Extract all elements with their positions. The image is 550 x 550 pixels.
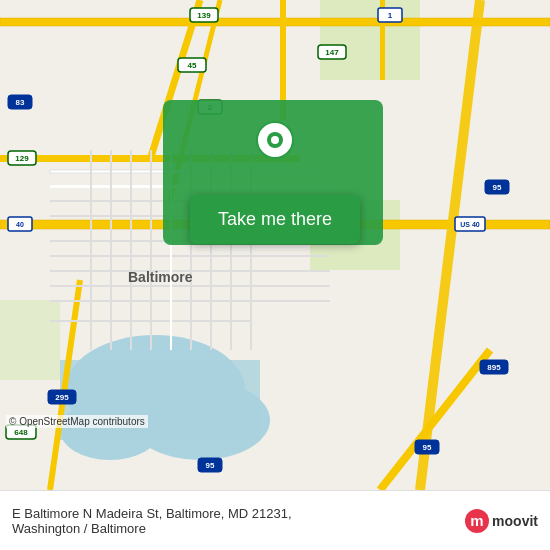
region-line: Washington / Baltimore (12, 521, 146, 536)
svg-text:1: 1 (388, 11, 393, 20)
svg-text:83: 83 (16, 98, 25, 107)
svg-text:648: 648 (14, 428, 28, 437)
info-bar: E Baltimore N Madeira St, Baltimore, MD … (0, 490, 550, 550)
map-pin (255, 120, 295, 160)
svg-text:95: 95 (423, 443, 432, 452)
svg-rect-8 (0, 18, 550, 26)
svg-text:40: 40 (16, 221, 24, 228)
svg-rect-29 (110, 150, 112, 350)
svg-text:147: 147 (325, 48, 339, 57)
svg-text:139: 139 (197, 11, 211, 20)
svg-text:Baltimore: Baltimore (128, 269, 193, 285)
address-line: E Baltimore N Madeira St, Baltimore, MD … (12, 506, 292, 521)
svg-rect-31 (150, 150, 152, 350)
svg-rect-3 (0, 300, 60, 380)
svg-rect-30 (130, 150, 132, 350)
moovit-brand-text: moovit (492, 513, 538, 529)
take-me-there-button[interactable]: Take me there (190, 195, 360, 244)
map-container: 139 1 147 45 2 129 83 40 US 40 95 895 (0, 0, 550, 490)
svg-text:95: 95 (493, 183, 502, 192)
svg-text:295: 295 (55, 393, 69, 402)
moovit-logo-icon: m (464, 508, 490, 534)
svg-point-71 (271, 136, 279, 144)
svg-rect-7 (60, 360, 260, 440)
map-attribution: © OpenStreetMap contributors (6, 415, 148, 428)
svg-rect-1 (320, 0, 420, 80)
svg-text:US 40: US 40 (460, 221, 480, 228)
svg-text:95: 95 (206, 461, 215, 470)
address-text: E Baltimore N Madeira St, Baltimore, MD … (12, 506, 464, 536)
svg-text:m: m (470, 512, 483, 529)
svg-text:45: 45 (188, 61, 197, 70)
svg-text:895: 895 (487, 363, 501, 372)
svg-rect-28 (90, 150, 92, 350)
moovit-logo: m moovit (464, 508, 538, 534)
svg-text:129: 129 (15, 154, 29, 163)
